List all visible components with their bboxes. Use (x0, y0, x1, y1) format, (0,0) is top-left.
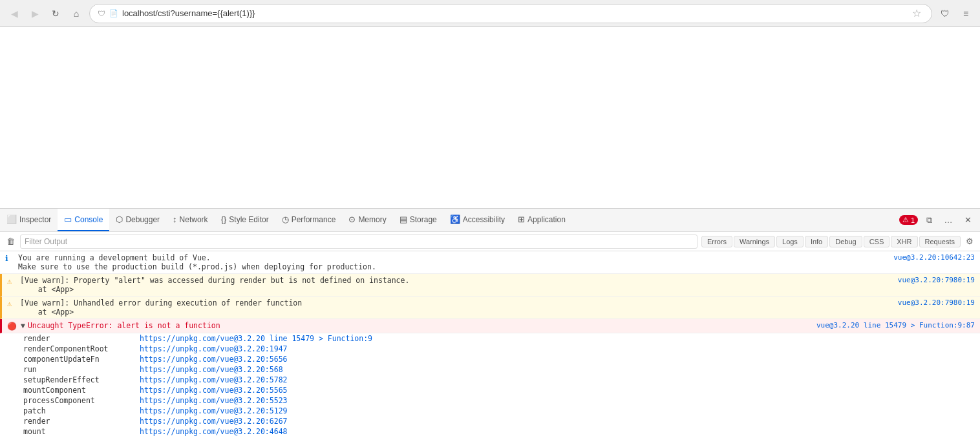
filter-css-button[interactable]: CSS (864, 236, 890, 247)
stack-url-0[interactable]: https://unpkg.com/vue@3.2.20 line 15479 … (140, 334, 372, 343)
filter-output-input[interactable] (20, 235, 698, 249)
responsive-design-button[interactable]: ⧉ (921, 212, 937, 229)
tab-debugger[interactable]: ⬡ Debugger (109, 209, 166, 231)
forward-button[interactable]: ▶ (26, 5, 44, 23)
tab-console-label: Console (74, 215, 103, 224)
stack-func-4: setupRenderEffect (23, 375, 140, 384)
address-bar-container: 🛡 📄 ☆ (89, 4, 932, 23)
stack-line-7: patch https://unpkg.com/vue@3.2.20:5129 (0, 406, 980, 416)
page-area (0, 27, 980, 208)
stack-line-3: run https://unpkg.com/vue@3.2.20:568 (0, 364, 980, 375)
filter-requests-button[interactable]: Requests (919, 236, 961, 247)
tab-performance[interactable]: ◷ Performance (275, 209, 343, 231)
warn-text-2: [Vue warn]: Unhandled error during execu… (20, 298, 302, 317)
warn-text-1: [Vue warn]: Property "alert" was accesse… (20, 276, 409, 294)
filter-buttons: Errors Warnings Logs Info Debug CSS XHR … (701, 236, 961, 247)
filter-xhr-button[interactable]: XHR (891, 236, 917, 247)
reload-button[interactable]: ↻ (47, 5, 65, 23)
back-button[interactable]: ◀ (5, 5, 23, 23)
application-icon: ⊞ (518, 214, 525, 224)
info-text: You are running a development build of V… (18, 253, 376, 271)
tab-storage-label: Storage (410, 215, 437, 224)
browser-chrome: ◀ ▶ ↻ ⌂ 🛡 📄 ☆ 🛡 ≡ (0, 0, 980, 27)
warn-icon-2: ⚠ (7, 299, 16, 308)
devtools-toolbar-right: ⚠ 1 ⧉ … ✕ (899, 212, 980, 229)
warn-content-1: [Vue warn]: Property "alert" was accesse… (20, 276, 890, 294)
home-button[interactable]: ⌂ (67, 5, 85, 23)
close-devtools-button[interactable]: ✕ (959, 212, 976, 229)
shield-icon: 🛡 (98, 9, 105, 18)
devtools-toolbar: ⬜ Inspector ▭ Console ⬡ Debugger ↕ Netwo… (0, 209, 980, 232)
error-content: ▼ Uncaught TypeError: alert is not a fun… (21, 321, 809, 330)
nav-buttons: ◀ ▶ ↻ ⌂ (5, 5, 85, 23)
filter-warnings-button[interactable]: Warnings (734, 236, 775, 247)
warn-source-1[interactable]: vue@3.2.20:7980:19 (890, 276, 975, 284)
warn-icon-1: ⚠ (7, 276, 16, 286)
console-output: ℹ You are running a development build of… (0, 251, 980, 438)
clear-console-button[interactable]: 🗑 (5, 235, 16, 247)
memory-icon: ⊙ (348, 214, 356, 224)
tab-accessibility-label: Accessibility (463, 215, 505, 224)
stack-func-5: mountComponent (23, 386, 140, 395)
stack-url-8[interactable]: https://unpkg.com/vue@3.2.20:6267 (140, 417, 287, 426)
console-line-warn-1: ⚠ [Vue warn]: Property "alert" was acces… (0, 274, 980, 297)
error-count: 1 (911, 216, 915, 224)
tab-debugger-label: Debugger (125, 215, 160, 224)
stack-url-6[interactable]: https://unpkg.com/vue@3.2.20:5523 (140, 396, 287, 405)
stack-func-7: patch (23, 406, 140, 415)
tab-network[interactable]: ↕ Network (166, 209, 215, 231)
stack-url-1[interactable]: https://unpkg.com/vue@3.2.20:1947 (140, 344, 287, 353)
info-source[interactable]: vue@3.2.20:10642:23 (886, 253, 975, 262)
stack-line-4: setupRenderEffect https://unpkg.com/vue@… (0, 375, 980, 385)
tab-style-editor-label: Style Editor (229, 215, 268, 224)
error-source[interactable]: vue@3.2.20 line 15479 > Function:9:87 (809, 321, 975, 329)
filter-logs-button[interactable]: Logs (776, 236, 804, 247)
stack-url-3[interactable]: https://unpkg.com/vue@3.2.20:568 (140, 365, 283, 374)
address-bar[interactable] (122, 8, 906, 18)
error-line-icon: 🔴 (7, 322, 17, 331)
tab-memory[interactable]: ⊙ Memory (342, 209, 392, 231)
filter-info-button[interactable]: Info (805, 236, 828, 247)
stack-func-6: processComponent (23, 396, 140, 405)
filter-errors-button[interactable]: Errors (701, 236, 732, 247)
tab-memory-label: Memory (358, 215, 386, 224)
style-editor-icon: {} (221, 214, 227, 224)
storage-icon: ▤ (399, 214, 407, 224)
tab-storage[interactable]: ▤ Storage (393, 209, 443, 231)
expand-arrow[interactable]: ▼ (21, 321, 25, 330)
stack-line-2: componentUpdateFn https://unpkg.com/vue@… (0, 354, 980, 364)
stack-url-4[interactable]: https://unpkg.com/vue@3.2.20:5782 (140, 375, 287, 384)
filter-debug-button[interactable]: Debug (829, 236, 862, 247)
bookmark-button[interactable]: ☆ (910, 7, 924, 19)
more-tools-button[interactable]: … (940, 212, 957, 229)
stack-url-7[interactable]: https://unpkg.com/vue@3.2.20:5129 (140, 406, 287, 415)
error-icon: ⚠ (902, 216, 909, 224)
info-content: You are running a development build of V… (18, 253, 886, 271)
stack-func-3: run (23, 365, 140, 374)
stack-line-5: mountComponent https://unpkg.com/vue@3.2… (0, 385, 980, 395)
network-icon: ↕ (173, 214, 177, 224)
stack-url-2[interactable]: https://unpkg.com/vue@3.2.20:5656 (140, 355, 287, 364)
tab-application[interactable]: ⊞ Application (511, 209, 572, 231)
menu-button[interactable]: ≡ (957, 5, 975, 23)
stack-line-9: mount https://unpkg.com/vue@3.2.20:4648 (0, 426, 980, 437)
tab-console[interactable]: ▭ Console (58, 209, 109, 231)
error-expandable: ▼ Uncaught TypeError: alert is not a fun… (21, 321, 809, 330)
console-icon: ▭ (64, 214, 72, 224)
stack-url-5[interactable]: https://unpkg.com/vue@3.2.20:5565 (140, 386, 287, 395)
accessibility-icon: ♿ (450, 214, 460, 224)
tab-style-editor[interactable]: {} Style Editor (215, 209, 275, 231)
devtools-panel: ⬜ Inspector ▭ Console ⬡ Debugger ↕ Netwo… (0, 208, 980, 438)
tab-accessibility[interactable]: ♿ Accessibility (443, 209, 511, 231)
stack-url-9[interactable]: https://unpkg.com/vue@3.2.20:4648 (140, 427, 287, 436)
browser-actions: 🛡 ≡ (936, 5, 975, 23)
debugger-icon: ⬡ (116, 214, 123, 224)
console-settings-button[interactable]: ⚙ (964, 235, 975, 247)
console-line-warn-2: ⚠ [Vue warn]: Unhandled error during exe… (0, 297, 980, 319)
warn-source-2[interactable]: vue@3.2.20:7980:19 (890, 298, 975, 307)
stack-func-9: mount (23, 427, 140, 436)
stack-func-2: componentUpdateFn (23, 355, 140, 364)
error-badge: ⚠ 1 (899, 215, 918, 225)
tab-inspector[interactable]: ⬜ Inspector (0, 209, 58, 231)
extensions-button[interactable]: 🛡 (936, 5, 954, 23)
